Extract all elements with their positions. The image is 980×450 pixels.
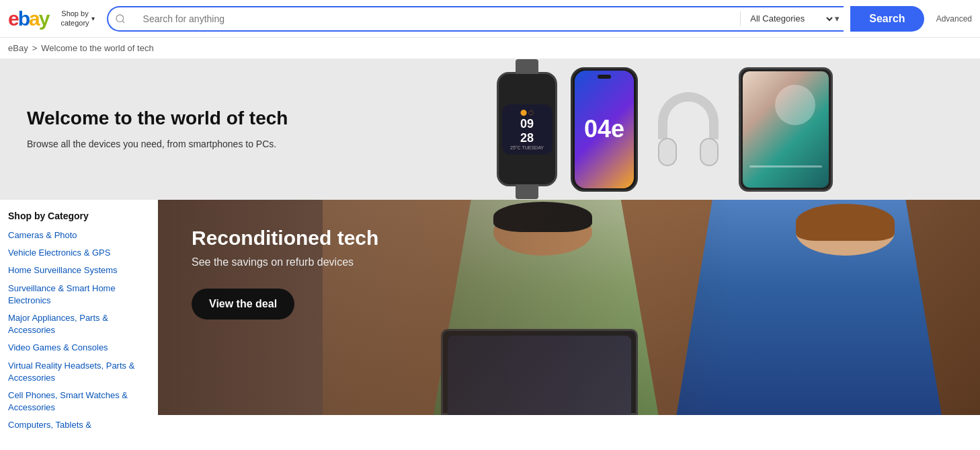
breadcrumb-home[interactable]: eBay — [8, 43, 28, 53]
search-icon — [108, 7, 132, 30]
sidebar-item-cell-phones[interactable]: Cell Phones, Smart Watches & Accessories — [8, 389, 150, 414]
device-watch-icon: ⬤ ◌ 09 28 25°C TUESDAY — [497, 72, 557, 186]
category-select[interactable]: All Categories — [741, 7, 835, 30]
advanced-link[interactable]: Advanced — [931, 14, 972, 24]
phone-model-text: 04e — [584, 115, 624, 143]
sidebar-item-home-surveillance[interactable]: Home Surveillance Systems — [8, 264, 150, 276]
sidebar-item-computers-tablets[interactable]: Computers, Tablets & — [8, 419, 150, 431]
headphones-arc — [658, 92, 719, 139]
watch-time2: 28 — [520, 131, 534, 145]
hero-text-block: Welcome to the world of tech Browse all … — [0, 87, 350, 172]
reconditioned-banner: Reconditioned tech See the savings on re… — [158, 200, 980, 415]
search-button[interactable]: Search — [850, 6, 924, 32]
logo-e: e — [8, 7, 18, 30]
hero-banner: Welcome to the world of tech Browse all … — [0, 59, 980, 200]
watch-date: 25°C TUESDAY — [510, 145, 544, 150]
body-content: Shop by Category Cameras & Photo Vehicle… — [0, 200, 980, 447]
view-deal-button[interactable]: View the deal — [192, 289, 294, 320]
sidebar-item-vehicle-electronics[interactable]: Vehicle Electronics & GPS — [8, 247, 150, 259]
hero-devices: ⬤ ◌ 09 28 25°C TUESDAY 04e — [350, 59, 980, 200]
sidebar: Shop by Category Cameras & Photo Vehicle… — [0, 200, 158, 447]
reconditioned-title: Reconditioned tech — [192, 227, 378, 250]
breadcrumb: eBay > Welcome to the world of tech — [0, 38, 980, 59]
search-bar: All Categories ▾ — [107, 6, 844, 32]
hero-title: Welcome to the world of tech — [27, 108, 323, 129]
headphone-right-cup — [700, 138, 719, 166]
logo-y: y — [39, 7, 49, 30]
sidebar-title: Shop by Category — [8, 211, 150, 221]
device-phone-icon: 04e — [571, 67, 638, 192]
search-input[interactable] — [132, 7, 741, 30]
watch-time: 09 — [520, 117, 534, 131]
shop-by-category-label: Shop bycategory — [60, 9, 89, 27]
main-content: Reconditioned tech See the savings on re… — [158, 200, 980, 447]
logo-b: b — [18, 7, 29, 30]
chevron-down-icon: ▾ — [91, 15, 95, 22]
watch-screen: ⬤ ◌ 09 28 25°C TUESDAY — [502, 104, 553, 155]
sidebar-item-smart-home[interactable]: Surveillance & Smart Home Electronics — [8, 283, 150, 307]
sidebar-item-vr-headsets[interactable]: Virtual Reality Headsets, Parts & Access… — [8, 360, 150, 384]
shop-by-category-button[interactable]: Shop bycategory ▾ — [55, 9, 99, 27]
sidebar-item-video-games[interactable]: Video Games & Consoles — [8, 342, 150, 354]
svg-point-0 — [116, 15, 124, 22]
ebay-logo[interactable]: e b a y — [8, 7, 48, 30]
reconditioned-subtitle: See the savings on refurb devices — [192, 256, 378, 268]
reconditioned-text-block: Reconditioned tech See the savings on re… — [192, 227, 378, 320]
breadcrumb-separator: > — [32, 43, 38, 53]
device-headphones-icon — [651, 85, 725, 173]
device-tablet-icon — [739, 67, 833, 192]
phone-notch — [598, 75, 611, 79]
svg-line-1 — [122, 21, 124, 23]
phone-screen: 04e — [575, 71, 634, 188]
headphone-left-cup — [658, 138, 677, 166]
logo-a: a — [29, 7, 39, 30]
hero-subtitle: Browse all the devices you need, from sm… — [27, 137, 323, 151]
sidebar-item-cameras-photo[interactable]: Cameras & Photo — [8, 229, 150, 241]
sidebar-item-appliances[interactable]: Major Appliances, Parts & Accessories — [8, 312, 150, 336]
header: e b a y Shop bycategory ▾ All Categories… — [0, 0, 980, 38]
chevron-category-icon: ▾ — [835, 7, 844, 30]
breadcrumb-current: Welcome to the world of tech — [41, 43, 153, 53]
tablet-screen — [743, 71, 829, 188]
